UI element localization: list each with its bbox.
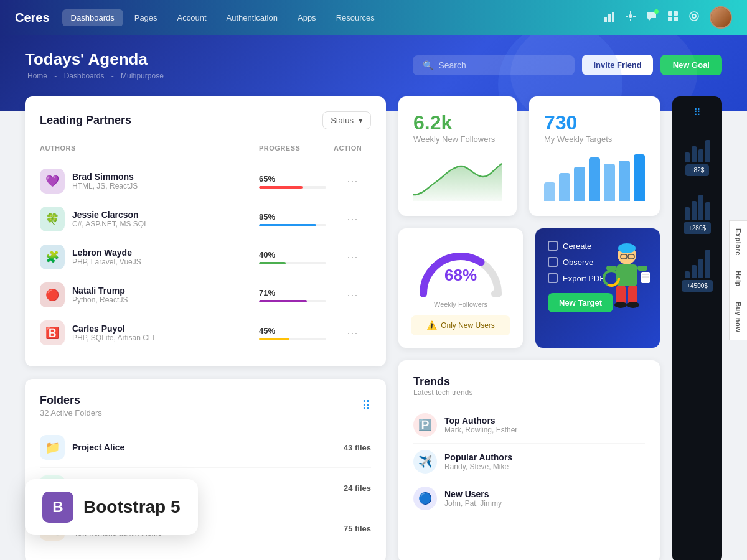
page-title: Todays' Agenda — [25, 50, 166, 69]
folder-files: 75 files — [344, 524, 371, 533]
svg-point-12 — [692, 14, 696, 18]
bar-item — [574, 167, 585, 201]
author-info: 🅱️ Carles Puyol PHP, SQLite, Artisan CLI — [40, 320, 259, 345]
settings-icon[interactable] — [688, 11, 700, 24]
chart-icon[interactable] — [604, 11, 615, 24]
right-top: 6.2k Weekly New Followers — [398, 96, 660, 216]
new-goal-button[interactable]: New Goal — [660, 55, 722, 75]
author-name: Brad Simmons — [72, 172, 138, 182]
nav-apps[interactable]: Apps — [289, 9, 325, 26]
dark-panel-dots[interactable]: ⠿ — [693, 106, 701, 118]
trends-card: Trends Latest tech trends 🅿️ Top Authors… — [398, 360, 660, 560]
navbar: Ceres Dashboards Pages Account Authentic… — [0, 0, 747, 35]
nav-account[interactable]: Account — [169, 9, 215, 26]
more-icon: ⋯ — [347, 174, 358, 188]
dark-mini-bar — [705, 202, 710, 220]
search-input[interactable] — [438, 60, 565, 70]
author-details: Brad Simmons HTML, JS, ReactJS — [72, 172, 138, 190]
followers-label: Weekly New Followers — [413, 134, 502, 144]
avatar[interactable] — [710, 6, 732, 29]
folder-item: 📁 Project Alice 43 files — [40, 427, 371, 468]
progress-pct: 45% — [259, 326, 326, 335]
promo-item-label: Cereate — [563, 241, 591, 251]
side-tab-help[interactable]: Help — [729, 263, 747, 294]
side-tab-buynow[interactable]: Buy now — [729, 294, 747, 340]
table-row: 🧩 Lebron Wayde PHP, Laravel, VueJS 40% ⋯ — [40, 238, 371, 276]
status-dropdown[interactable]: Status ▾ — [322, 111, 371, 129]
folders-subtitle: 32 Active Folders — [40, 408, 102, 418]
chat-icon[interactable] — [646, 11, 657, 24]
dark-value: +82$ — [685, 164, 710, 176]
svg-point-22 — [627, 302, 639, 308]
right-bottom: 68% Weekly Followers ⚠️ Only New Users C… — [398, 228, 660, 348]
bootstrap-icon: B — [42, 492, 73, 523]
followers-number: 6.2k — [413, 111, 502, 134]
action-button[interactable]: ⋯ — [334, 250, 371, 264]
action-button[interactable]: ⋯ — [334, 288, 371, 302]
author-name: Lebron Wayde — [72, 248, 141, 258]
folders-more-icon[interactable]: ⠿ — [362, 398, 371, 413]
nav-pages[interactable]: Pages — [126, 9, 166, 26]
grid-icon[interactable] — [667, 11, 679, 24]
brand-logo: Ceres — [15, 11, 50, 25]
avatar: 🍀 — [40, 207, 65, 231]
folders-title-group: Folders 32 Active Folders — [40, 394, 102, 418]
table-row: 🍀 Jessie Clarcson C#, ASP.NET, MS SQL 85… — [40, 200, 371, 238]
dark-mini-bar — [692, 146, 697, 162]
trends-title-group: Trends Latest tech trends — [413, 375, 472, 397]
dark-panel: ⠿ +82$ +280$ — [672, 96, 722, 560]
progress-fill — [259, 224, 316, 226]
promo-checkbox[interactable] — [548, 273, 558, 283]
trend-info: New Users John, Pat, Jimmy — [444, 489, 502, 508]
action-button[interactable]: ⋯ — [334, 212, 371, 226]
invite-friend-button[interactable]: Invite Friend — [582, 55, 652, 75]
th-authors: AUTHORS — [40, 144, 259, 152]
leading-partners-card: Leading Partners Status ▾ AUTHORS PROGRE… — [25, 96, 386, 366]
svg-point-21 — [614, 302, 627, 308]
sparkle-icon[interactable] — [625, 11, 636, 24]
dark-mini-bar — [705, 250, 710, 278]
dark-mini-bars — [685, 246, 710, 278]
search-box[interactable]: 🔍 — [413, 55, 575, 75]
breadcrumb-multipurpose[interactable]: Multipurpose — [121, 72, 164, 80]
followers-card: 6.2k Weekly New Followers — [398, 96, 517, 216]
trend-item: ✈️ Popular Authors Randy, Steve, Mike — [413, 444, 645, 480]
progress-fill — [259, 186, 303, 189]
dark-mini-bars — [685, 131, 710, 162]
dark-mini-bar — [685, 152, 690, 162]
side-tab-explore[interactable]: Explore — [729, 220, 747, 263]
breadcrumb-dashboards[interactable]: Dashboards — [64, 72, 105, 80]
author-details: Natali Trump Python, ReactJS — [72, 286, 128, 304]
bootstrap-badge: B Bootstrap 5 — [25, 479, 198, 535]
notification-dot — [654, 9, 659, 14]
progress-bar — [259, 300, 326, 302]
nav-authentication[interactable]: Authentication — [218, 9, 286, 26]
promo-checkbox[interactable] — [548, 241, 558, 251]
nav-dashboards[interactable]: Dashboards — [62, 9, 123, 26]
trend-name: Popular Authors — [444, 452, 512, 462]
svg-rect-26 — [641, 272, 650, 283]
progress-pct: 65% — [259, 174, 326, 184]
svg-rect-10 — [668, 17, 672, 21]
author-skills: PHP, SQLite, Artisan CLI — [72, 334, 154, 342]
weekly-label: Weekly Followers — [434, 301, 487, 308]
bar-item — [559, 173, 570, 201]
action-button[interactable]: ⋯ — [334, 174, 371, 188]
leading-partners-title: Leading Partners — [40, 114, 131, 127]
table-header: AUTHORS PROGRESS ACTION — [40, 139, 371, 157]
action-button[interactable]: ⋯ — [334, 326, 371, 340]
bar-item — [604, 164, 615, 201]
trend-item: 🔵 New Users John, Pat, Jimmy — [413, 480, 645, 516]
person-illustration — [599, 233, 655, 320]
progress-bar — [259, 338, 326, 340]
breadcrumb-home[interactable]: Home — [27, 72, 47, 80]
folder-files: 43 files — [344, 443, 371, 452]
dark-mini-bar — [685, 207, 690, 220]
avatar: 🧩 — [40, 245, 65, 269]
promo-checkbox[interactable] — [548, 257, 558, 267]
nav-resources[interactable]: Resources — [327, 9, 383, 26]
author-skills: HTML, JS, ReactJS — [72, 182, 138, 190]
targets-card: 730 My Weekly Targets — [529, 96, 660, 216]
dark-mini-bars — [685, 189, 710, 220]
trend-people: Randy, Steve, Mike — [444, 462, 512, 471]
